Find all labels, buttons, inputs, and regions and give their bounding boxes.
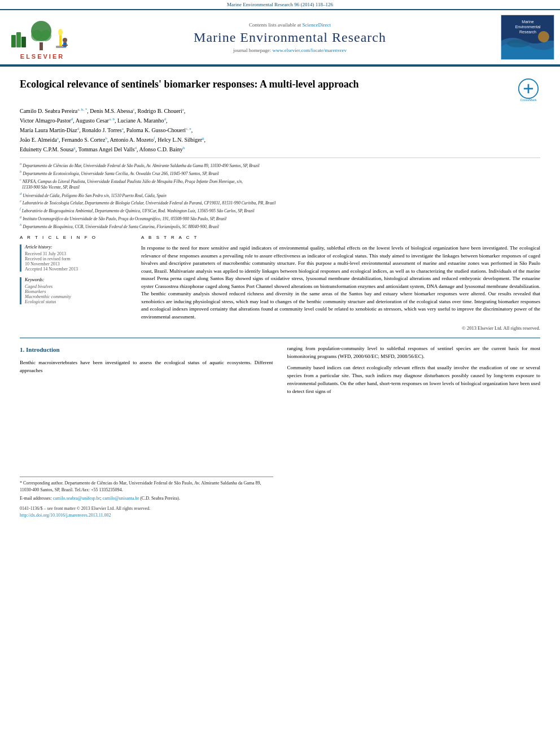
author-delvalls: Tommas Angel Del Valls <box>78 146 135 152</box>
svg-rect-4 <box>40 42 43 50</box>
affiliations-block: a Departamento de Ciências do Mar, Unive… <box>20 158 540 229</box>
homepage-link[interactable]: www.elsevier.com/locate/marenvrev <box>273 47 347 53</box>
keywords-section: Keywords: Caged bivalves Biomarkers Macr… <box>20 277 130 304</box>
svg-rect-1 <box>11 35 16 47</box>
article-title-section: Ecological relevance of sentinels' bioma… <box>20 78 540 102</box>
svg-point-19 <box>507 40 530 47</box>
abstract-heading: A B S T R A C T <box>141 235 540 240</box>
affiliation-g: g Instituto Oceanográfico da Universidad… <box>20 214 540 222</box>
svg-point-9 <box>58 29 63 36</box>
section-divider <box>20 338 540 338</box>
author-bainy: Afonso C.D. Bainy <box>139 146 183 152</box>
affiliation-e: e Laboratório de Toxicologia Celular, De… <box>20 198 540 206</box>
svg-text:Research: Research <box>519 30 536 34</box>
affiliation-f: f Laboratório de Biogeoquímica Ambiental… <box>20 206 540 214</box>
svg-text:Environmental: Environmental <box>515 25 541 29</box>
article-title: Ecological relevance of sentinels' bioma… <box>20 78 508 91</box>
author-maranho: Luciane A. Maranho <box>117 117 164 124</box>
received-date: Received 31 July 2013 <box>25 251 130 256</box>
affiliation-c: c NEPEA, Campus do Litoral Paulista, Uni… <box>20 177 540 191</box>
keyword-caged: Caged bivalves <box>25 284 130 289</box>
author-torres: Ronaldo J. Torres <box>82 127 122 133</box>
journal-homepage: journal homepage: www.elsevier.com/locat… <box>86 47 494 53</box>
author-almeida: João E. Almeida <box>20 137 57 143</box>
intro-para-3: Community based indices can detect ecolo… <box>287 364 541 396</box>
accepted-date: Accepted 14 November 2013 <box>25 267 130 272</box>
revised-date: 10 November 2013 <box>25 261 130 267</box>
affiliation-a: a Departamento de Ciências do Mar, Unive… <box>20 161 540 169</box>
body-right-column: ranging from population-community level … <box>287 345 541 519</box>
journal-cover-image: Marine Environmental Research <box>501 15 554 60</box>
journal-top-citation: Marine Environmental Research 96 (2014) … <box>0 0 560 9</box>
svg-rect-3 <box>21 37 26 47</box>
affiliation-d: d Universidad de Cádiz, Polígono Río San… <box>20 191 540 199</box>
journal-header: ELSEVIER Contents lists available at Sci… <box>0 9 560 65</box>
affiliation-h: h Departamento de Bioquímica, CCB, Unive… <box>20 222 540 230</box>
author-cesar: Augusto Cesar <box>76 117 109 124</box>
sciencedirect-link[interactable]: ScienceDirect <box>303 22 331 28</box>
affiliation-b: b Departamento de Ecotoxicologia, Univer… <box>20 169 540 177</box>
author-almagro: Victor Almagro-Pastor <box>20 117 71 124</box>
author-seabra: Camilo D. Seabra Pereira <box>20 108 77 114</box>
author-cortez: Fernando S. Cortez <box>62 137 106 143</box>
email-2-link[interactable]: camilo@unisanta.br <box>103 496 139 501</box>
author-martin: María Laura Martín-Díaz <box>20 127 77 133</box>
keyword-biomarkers: Biomarkers <box>25 289 130 294</box>
intro-para-2: ranging from population-community level … <box>287 345 541 361</box>
article-info-column: A R T I C L E I N F O Article history: R… <box>20 235 130 331</box>
svg-text:Marine: Marine <box>522 20 534 24</box>
elsevier-logo-container: ELSEVIER <box>6 15 79 60</box>
keyword-macro: Macrobenthic community <box>25 294 130 299</box>
authors-block: Camilo D. Seabra Pereiraa, b, *, Denis M… <box>20 106 540 154</box>
copyright-notice: © 2013 Elsevier Ltd. All rights reserved… <box>141 325 540 331</box>
author-abessa: Denis M.S. Abessa <box>90 108 133 114</box>
email-1-link[interactable]: camilo.seabra@unifesp.br <box>53 496 100 501</box>
svg-rect-2 <box>16 32 21 47</box>
svg-point-7 <box>40 30 51 41</box>
journal-header-center: Contents lists available at ScienceDirec… <box>86 22 494 53</box>
body-two-column: 1. Introduction Benthic macroinvertebrat… <box>20 345 540 519</box>
abstract-column: A B S T R A C T In response to the need … <box>141 235 540 331</box>
author-choueri: Rodrigo B. Choueri <box>138 108 182 114</box>
footnote-block: * Corresponding author. Departamento de … <box>20 477 273 519</box>
intro-para-1: Benthic macroinvertebrates have been inv… <box>20 359 273 375</box>
elsevier-graphic <box>8 15 76 52</box>
email-line: E-mail addresses: camilo.seabra@unifesp.… <box>20 495 273 502</box>
corresponding-note: * Corresponding author. Departamento de … <box>20 480 273 493</box>
keyword-eco: Ecological status <box>25 299 130 304</box>
author-sousa: Eduinetty C.P.M. Sousa <box>20 146 73 152</box>
keywords-label: Keywords: <box>25 277 130 282</box>
history-label: Article history: <box>25 244 130 250</box>
section-1-title: 1. Introduction <box>20 345 273 355</box>
article-info-heading: A R T I C L E I N F O <box>20 235 130 240</box>
doi-link[interactable]: http://dx.doi.org/10.1016/j.marenvres.20… <box>20 513 111 518</box>
body-left-column: 1. Introduction Benthic macroinvertebrat… <box>20 345 273 519</box>
info-abstract-row: A R T I C L E I N F O Article history: R… <box>20 235 540 331</box>
svg-point-11 <box>63 38 67 42</box>
author-mozeto: Antonio A. Mozeto <box>110 137 154 143</box>
revised-label: Received in revised form <box>25 256 130 261</box>
author-gusso: Paloma K. Gusso-Choueri <box>126 127 186 133</box>
svg-rect-13 <box>62 45 68 46</box>
sciencedirect-notice: Contents lists available at ScienceDirec… <box>86 22 494 28</box>
svg-point-18 <box>538 31 549 42</box>
abstract-text: In response to the need for more sensiti… <box>141 244 540 321</box>
journal-title: Marine Environmental Research <box>86 30 494 45</box>
doi-link-line: http://dx.doi.org/10.1016/j.marenvres.20… <box>20 512 273 519</box>
author-silbiger: Helcy L.N. Silbiger <box>158 137 202 143</box>
article-history-section: Article history: Received 31 July 2013 R… <box>20 244 130 272</box>
crossmark-badge[interactable]: CrossMark <box>517 78 540 102</box>
elsevier-brand-text: ELSEVIER <box>20 53 64 60</box>
footer-rights: 0141-1136/$ – see front matter © 2013 El… <box>20 505 273 512</box>
